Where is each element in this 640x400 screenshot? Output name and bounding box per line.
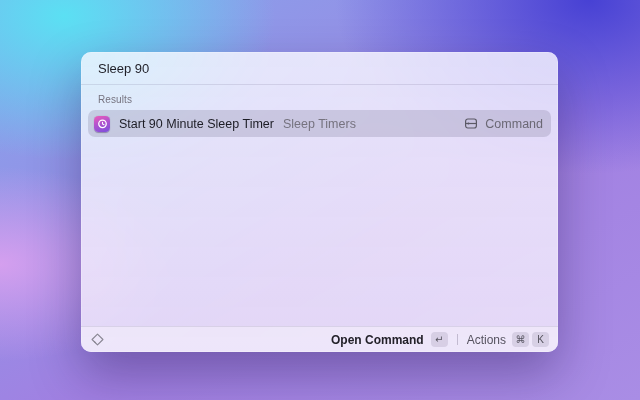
result-row[interactable]: Start 90 Minute Sleep Timer Sleep Timers… — [88, 110, 551, 137]
results-panel: Results Start 90 Minute Sleep Timer Slee… — [81, 85, 558, 326]
result-type-label: Command — [485, 117, 543, 131]
actions-label: Actions — [467, 333, 506, 347]
actions-button[interactable]: Actions ⌘ K — [467, 332, 549, 347]
open-command-label: Open Command — [331, 333, 424, 347]
cmd-key-badge: ⌘ — [512, 332, 529, 347]
result-row-main: Start 90 Minute Sleep Timer Sleep Timers — [94, 116, 356, 132]
results-section-label: Results — [81, 85, 558, 110]
footer-divider — [457, 334, 458, 345]
return-key-badge: ↵ — [431, 332, 448, 347]
result-accessory: Command — [464, 117, 543, 131]
sleep-timers-app-icon — [94, 116, 110, 132]
open-command-button[interactable]: Open Command ↵ — [331, 332, 448, 347]
search-input[interactable] — [98, 61, 541, 76]
raycast-logo-icon — [90, 332, 105, 347]
launcher-window: Results Start 90 Minute Sleep Timer Slee… — [81, 52, 558, 352]
result-subtitle: Sleep Timers — [283, 117, 356, 131]
footer-actions: Open Command ↵ Actions ⌘ K — [331, 332, 549, 347]
result-title: Start 90 Minute Sleep Timer — [119, 117, 274, 131]
search-bar — [81, 52, 558, 85]
k-key-badge: K — [532, 332, 549, 347]
footer-bar: Open Command ↵ Actions ⌘ K — [81, 326, 558, 352]
command-type-icon — [464, 117, 478, 130]
